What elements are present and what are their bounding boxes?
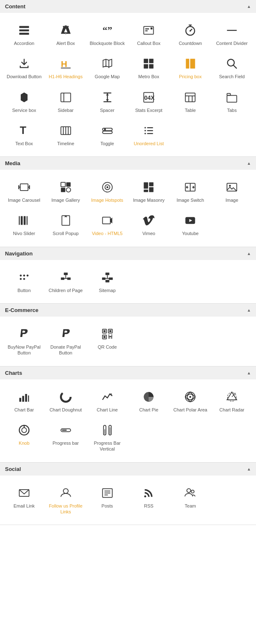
widget-nivo-slider[interactable]: Nivo Slider [3, 208, 45, 241]
widget-callout-box[interactable]: Callout Box [128, 18, 169, 51]
search-field-label: Search Field [219, 74, 245, 79]
accordion-label: Accordion [14, 40, 34, 46]
widget-team[interactable]: Team [169, 481, 211, 520]
widget-table[interactable]: Table [169, 85, 211, 118]
countdown-icon [184, 23, 196, 38]
team-icon [184, 485, 196, 500]
widget-image[interactable]: Image [211, 175, 253, 208]
image-carousel-icon [18, 180, 30, 195]
section-body-media: Image CarouselImage GalleryImage Hotspot… [0, 170, 256, 247]
svg-rect-108 [19, 398, 21, 401]
chart-radar-icon [226, 389, 238, 404]
email-link-icon [18, 485, 30, 500]
svg-rect-93 [105, 280, 109, 282]
svg-rect-59 [66, 183, 71, 187]
widget-chart-bar[interactable]: Chart Bar [3, 384, 45, 418]
widget-text-box[interactable]: TText Box [3, 118, 45, 151]
follow-us-icon [60, 485, 72, 500]
callout-box-label: Callout Box [137, 40, 160, 46]
widget-accordion[interactable]: Accordion [3, 18, 45, 51]
svg-rect-28 [61, 93, 70, 102]
section-header-social[interactable]: Social▲ [0, 463, 256, 476]
widget-buynow-paypal[interactable]: BuyNow PayPal Button [3, 322, 45, 361]
svg-rect-7 [151, 27, 153, 30]
widget-h1h6-headings[interactable]: HH1-H6 Headings [45, 51, 87, 84]
vimeo-label: Vimeo [142, 230, 155, 236]
widget-google-map[interactable]: Google Map [87, 51, 128, 84]
widget-knob[interactable]: Knob [3, 418, 45, 457]
widget-email-link[interactable]: Email Link [3, 481, 45, 520]
section-title-social: Social [5, 466, 21, 472]
widget-content-divider[interactable]: Content Divider [211, 18, 253, 51]
svg-rect-110 [25, 394, 27, 402]
svg-point-135 [144, 495, 147, 497]
widget-sidebar[interactable]: Sidebar [45, 85, 87, 118]
svg-rect-35 [186, 93, 195, 102]
widget-youtube[interactable]: Youtube [169, 208, 211, 241]
widget-blockquote[interactable]: “”Blockquote Block [87, 18, 128, 51]
widget-button[interactable]: Button [3, 265, 45, 298]
widget-donate-paypal[interactable]: Donate PayPal Button [45, 322, 87, 361]
widget-progress-bar[interactable]: Progress bar [45, 418, 87, 457]
section-header-ecommerce[interactable]: E-Commerce▲ [0, 304, 256, 317]
widget-chart-doughnut[interactable]: Chart Doughnut [45, 384, 87, 418]
widget-follow-us[interactable]: Follow us Profile Links [45, 481, 87, 520]
widget-chart-line[interactable]: Chart Line [87, 384, 128, 418]
download-button-icon [18, 56, 30, 71]
widget-chart-radar[interactable]: Chart Radar [211, 384, 253, 418]
chart-doughnut-label: Chart Doughnut [50, 407, 82, 413]
widget-download-button[interactable]: Download Button [3, 51, 45, 84]
widget-vimeo[interactable]: Vimeo [128, 208, 169, 241]
widget-sitemap[interactable]: Sitemap [87, 265, 128, 298]
widget-service-box[interactable]: Service box [3, 85, 45, 118]
sitemap-label: Sitemap [99, 287, 115, 293]
widget-image-hotspots[interactable]: Image Hotspots [87, 175, 128, 208]
widget-search-field[interactable]: Search Field [211, 51, 253, 84]
spacer-icon [102, 90, 113, 105]
widget-pricing-box[interactable]: Pricing box [169, 51, 211, 84]
widget-rss[interactable]: RSS [128, 481, 169, 520]
widget-image-gallery[interactable]: Image Gallery [45, 175, 87, 208]
widget-video-html5[interactable]: Video - HTML5 [87, 208, 128, 241]
svg-rect-2 [19, 33, 29, 35]
section-header-media[interactable]: Media▲ [0, 157, 256, 170]
scroll-popup-icon [60, 213, 72, 228]
section-content: Content▲AccordionAlert Box“”Blockquote B… [0, 0, 256, 157]
image-carousel-label: Image Carousel [8, 197, 40, 203]
service-box-icon [18, 90, 30, 105]
widget-spacer[interactable]: Spacer [87, 85, 128, 118]
section-header-charts[interactable]: Charts▲ [0, 367, 256, 379]
widget-metro-box[interactable]: Metro Box [128, 51, 169, 84]
widget-children-of-page[interactable]: Children of Page [45, 265, 87, 298]
widget-image-carousel[interactable]: Image Carousel [3, 175, 45, 208]
widget-image-masonry[interactable]: Image Masonry [128, 175, 169, 208]
widget-alert-box[interactable]: Alert Box [45, 18, 87, 51]
nivo-slider-icon [18, 213, 30, 228]
widget-chart-polar[interactable]: Chart Polar Area [169, 384, 211, 418]
widget-scroll-popup[interactable]: Scroll Popup [45, 208, 87, 241]
section-header-content[interactable]: Content▲ [0, 0, 256, 13]
team-label: Team [185, 503, 196, 509]
widget-progress-bar-vertical[interactable]: Progress Bar Vertical [87, 418, 128, 457]
widget-tabs[interactable]: Tabs [211, 85, 253, 118]
video-html5-label: Video - HTML5 [92, 230, 123, 236]
buynow-paypal-icon [18, 327, 30, 342]
image-masonry-label: Image Masonry [133, 197, 164, 203]
qr-code-label: QR Code [98, 344, 117, 350]
svg-rect-39 [227, 95, 236, 102]
section-header-navigation[interactable]: Navigation▲ [0, 247, 256, 260]
widget-stats-excerpt[interactable]: 04XStats Excerpt [128, 85, 169, 118]
metro-box-label: Metro Box [138, 74, 159, 79]
widget-chart-pie[interactable]: Chart Pie [128, 384, 169, 418]
svg-rect-111 [28, 395, 29, 401]
widget-posts[interactable]: Posts [87, 481, 128, 520]
widget-timeline[interactable]: Timeline [45, 118, 87, 151]
widget-countdown[interactable]: Countdown [169, 18, 211, 51]
chart-polar-label: Chart Polar Area [174, 407, 207, 413]
widget-toggle[interactable]: Toggle [87, 118, 128, 151]
widget-image-switch[interactable]: Image Switch [169, 175, 211, 208]
svg-point-121 [22, 428, 27, 433]
progress-bar-icon [60, 423, 72, 438]
widget-qr-code[interactable]: QR Code [87, 322, 128, 361]
widget-unordered-list[interactable]: Unordered List [128, 118, 169, 151]
